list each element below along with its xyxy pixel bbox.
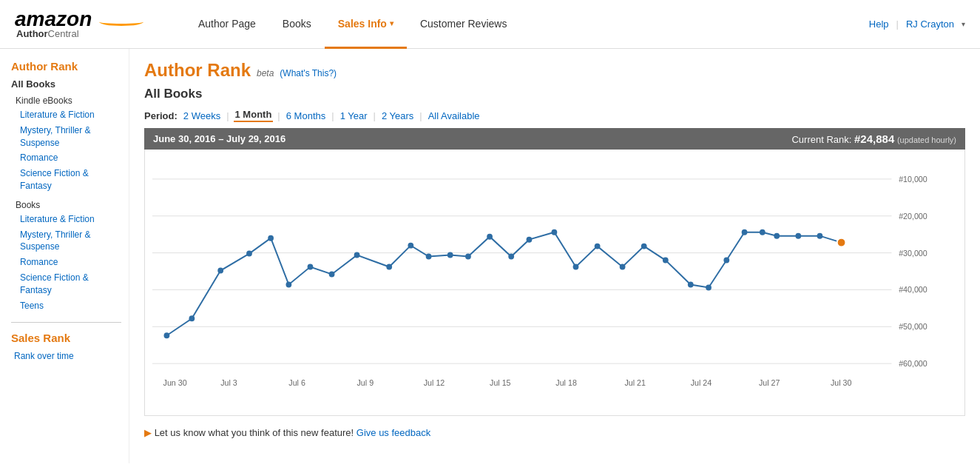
svg-text:#30,000: #30,000: [899, 248, 927, 257]
chart-container: #10,000 #20,000 #30,000 #40,000 #50,000 …: [144, 150, 965, 416]
rank-line: [166, 232, 841, 336]
chart-point: [723, 258, 729, 264]
sidebar-divider: [11, 322, 121, 323]
chart-point: [268, 235, 274, 241]
chart-point: [426, 254, 432, 260]
chart-point: [285, 281, 291, 287]
section-subtitle: All Books: [144, 87, 965, 101]
svg-text:Jun 30: Jun 30: [163, 378, 187, 387]
svg-text:Jul 18: Jul 18: [555, 378, 576, 387]
sidebar-books-mystery[interactable]: Mystery, Thriller & Suspense: [11, 227, 121, 255]
user-dropdown-arrow[interactable]: ▾: [962, 20, 965, 28]
chart-point: [189, 315, 195, 321]
chart-point: [595, 244, 601, 249]
sales-info-dropdown-arrow: ▾: [390, 19, 393, 27]
chart-point: [217, 268, 223, 274]
chart-point: [308, 264, 314, 270]
svg-text:Jul 30: Jul 30: [831, 378, 851, 387]
sidebar-kindle-mystery[interactable]: Mystery, Thriller & Suspense: [11, 123, 121, 151]
sidebar-kindle-scifi[interactable]: Science Fiction & Fantasy: [11, 166, 121, 194]
chart-point: [742, 229, 748, 235]
period-row: Period: 2 Weeks | 1 Month | 6 Months | 1…: [144, 109, 965, 122]
period-all-available[interactable]: All Available: [427, 110, 481, 121]
period-1year[interactable]: 1 Year: [339, 110, 369, 121]
svg-text:#10,000: #10,000: [899, 175, 927, 184]
chart-point: [329, 272, 335, 278]
chart-point: [760, 229, 766, 235]
period-2weeks[interactable]: 2 Weeks: [182, 110, 222, 121]
author-central-label: AuthorCentral: [16, 28, 163, 39]
chart-point: [408, 243, 413, 249]
chart-point: [386, 264, 392, 270]
page-title: Author Rank: [144, 60, 251, 81]
svg-text:#40,000: #40,000: [899, 285, 927, 294]
chart-point: [246, 251, 252, 257]
amazon-logo: amazon: [15, 9, 163, 30]
svg-text:Jul 6: Jul 6: [288, 378, 305, 387]
footer-note: Let us know what you think of this new f…: [144, 427, 965, 438]
sidebar: Author Rank All Books Kindle eBooks Lite…: [0, 49, 129, 463]
svg-text:#50,000: #50,000: [899, 322, 927, 331]
nav-separator: |: [896, 19, 899, 30]
chart-point: [663, 258, 669, 264]
top-navigation: amazon AuthorCentral Author Page Books S…: [0, 0, 980, 49]
sidebar-books-romance[interactable]: Romance: [11, 255, 121, 270]
sidebar-books-lit-fiction[interactable]: Literature & Fiction: [11, 212, 121, 227]
page-title-row: Author Rank beta (What's This?): [144, 60, 965, 81]
chart-point: [527, 237, 533, 243]
nav-author-page[interactable]: Author Page: [185, 0, 269, 49]
period-1month[interactable]: 1 Month: [234, 109, 274, 122]
nav-books[interactable]: Books: [269, 0, 325, 49]
sidebar-sales-rank-title[interactable]: Sales Rank: [11, 332, 121, 344]
sidebar-all-books[interactable]: All Books: [11, 78, 121, 90]
logo-area[interactable]: amazon AuthorCentral: [15, 9, 163, 39]
nav-customer-reviews[interactable]: Customer Reviews: [407, 0, 520, 49]
main-layout: Author Rank All Books Kindle eBooks Lite…: [0, 49, 980, 463]
sidebar-rank-over-time[interactable]: Rank over time: [11, 349, 121, 364]
svg-text:Jul 27: Jul 27: [759, 378, 780, 387]
chart-point: [508, 254, 514, 260]
chart-point: [795, 233, 801, 239]
chart-point: [706, 284, 712, 290]
chart-point: [817, 233, 823, 239]
chart-point: [447, 252, 453, 258]
chart-point: [688, 281, 694, 287]
svg-text:Jul 24: Jul 24: [691, 378, 712, 387]
svg-text:#60,000: #60,000: [899, 359, 927, 368]
nav-right: Help | RJ Crayton ▾: [869, 19, 965, 30]
sidebar-books-group: Books: [11, 200, 121, 210]
content-area: Author Rank beta (What's This?) All Book…: [129, 49, 980, 463]
nav-links: Author Page Books Sales Info ▾ Customer …: [185, 0, 869, 48]
svg-text:Jul 9: Jul 9: [357, 378, 374, 387]
nav-sales-info[interactable]: Sales Info ▾: [325, 0, 407, 49]
chart-header: June 30, 2016 – July 29, 2016 Current Ra…: [144, 128, 965, 150]
svg-text:Jul 3: Jul 3: [220, 378, 237, 387]
whats-this-link[interactable]: (What's This?): [280, 68, 337, 78]
sidebar-kindle-romance[interactable]: Romance: [11, 150, 121, 166]
user-name[interactable]: RJ Crayton: [906, 19, 954, 30]
sidebar-kindle-lit-fiction[interactable]: Literature & Fiction: [11, 107, 121, 123]
period-6months[interactable]: 6 Months: [285, 110, 327, 121]
chart-point: [487, 234, 493, 240]
help-link[interactable]: Help: [869, 19, 889, 30]
current-rank-point: [837, 238, 846, 247]
current-rank: Current Rank: #24,884 (updated hourly): [791, 132, 956, 145]
beta-badge: beta: [257, 68, 274, 78]
chart-point: [164, 332, 170, 338]
sidebar-kindle-group: Kindle eBooks: [11, 95, 121, 106]
period-2years[interactable]: 2 Years: [380, 110, 415, 121]
sidebar-author-rank-title[interactable]: Author Rank: [11, 60, 121, 73]
sidebar-books-teens[interactable]: Teens: [11, 298, 121, 314]
svg-text:#20,000: #20,000: [899, 212, 927, 221]
chart-point: [774, 233, 780, 239]
date-range: June 30, 2016 – July 29, 2016: [153, 133, 285, 144]
svg-text:Jul 21: Jul 21: [625, 378, 646, 387]
chart-point: [354, 252, 360, 258]
period-label: Period:: [144, 110, 178, 121]
sidebar-books-scifi[interactable]: Science Fiction & Fantasy: [11, 270, 121, 298]
feedback-link[interactable]: Give us feedback: [356, 427, 430, 438]
rank-number: #24,884: [854, 132, 894, 145]
chart-point: [552, 229, 558, 235]
chart-point: [641, 244, 647, 249]
chart-point: [573, 264, 579, 270]
